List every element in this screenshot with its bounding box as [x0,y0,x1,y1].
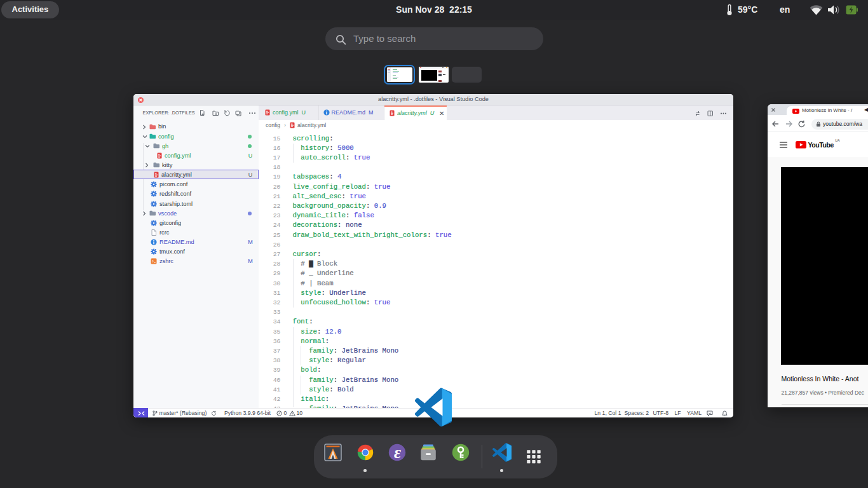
svg-text:ε: ε [394,444,401,461]
